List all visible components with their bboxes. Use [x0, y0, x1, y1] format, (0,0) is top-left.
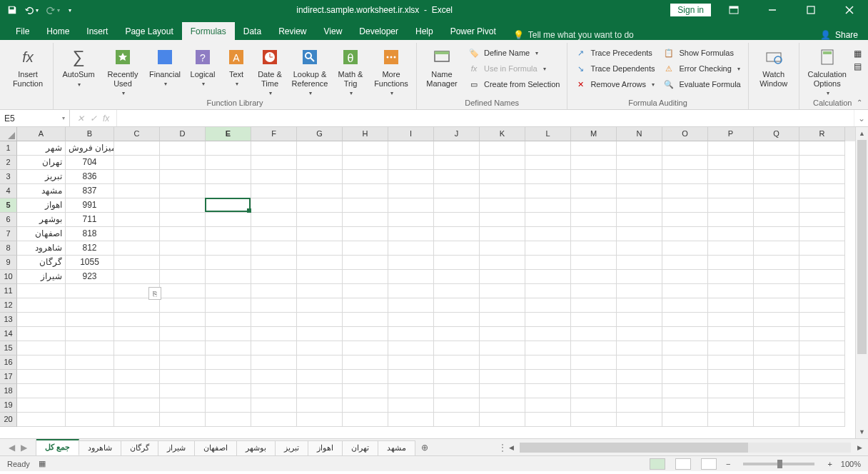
zoom-in-button[interactable]: +: [827, 460, 832, 468]
share-icon: 👤: [820, 30, 831, 40]
sigma-icon: ∑: [67, 46, 90, 69]
date-time-button[interactable]: Date & Time▾: [253, 44, 286, 97]
tab-developer[interactable]: Developer: [350, 22, 407, 40]
zoom-slider[interactable]: [743, 463, 814, 465]
recently-used-button[interactable]: Recently Used▾: [102, 44, 143, 97]
create-from-selection-button[interactable]: ▭Create from Selection: [465, 77, 562, 91]
redo-icon[interactable]: ▾: [46, 5, 60, 15]
tab-review[interactable]: Review: [270, 22, 315, 40]
cell-grid[interactable]: شهرمیزان فروشتهران704تبریز836مشهد837اهوا…: [17, 141, 855, 438]
sheet-nav-prev-icon[interactable]: ◀: [9, 443, 15, 453]
calculation-options-button[interactable]: Calculation Options▾: [804, 44, 851, 97]
svg-text:A: A: [233, 52, 240, 64]
svg-text:?: ?: [200, 52, 206, 64]
tab-page-layout[interactable]: Page Layout: [116, 22, 181, 40]
svg-rect-1: [730, 6, 738, 9]
tell-me-search[interactable]: 💡 Tell me what you want to do: [506, 30, 641, 40]
watch-icon: [762, 46, 785, 69]
formula-input[interactable]: [117, 110, 854, 126]
quick-access-toolbar: ▾ ▾ ▾: [0, 5, 79, 15]
new-sheet-button[interactable]: ⊕: [415, 439, 434, 455]
zoom-out-button[interactable]: −: [726, 460, 730, 468]
ribbon-tabs: FileHomeInsertPage LayoutFormulasDataRev…: [0, 20, 868, 40]
page-break-view-button[interactable]: [701, 458, 717, 470]
enter-formula-icon[interactable]: ✓: [90, 114, 97, 123]
normal-view-button[interactable]: [650, 458, 665, 470]
expand-formula-bar-icon[interactable]: ⌄: [854, 110, 868, 126]
horizontal-scrollbar[interactable]: ◀▶: [503, 439, 868, 455]
trace-precedents-button[interactable]: ↗Trace Precedents: [572, 46, 657, 60]
collapse-ribbon-icon[interactable]: ⌃: [857, 99, 862, 106]
cancel-formula-icon[interactable]: ✕: [77, 114, 84, 123]
financial-button[interactable]: Financial▾: [146, 44, 183, 97]
autosum-button[interactable]: ∑AutoSum▾: [58, 44, 99, 97]
logical-button[interactable]: ?Logical▾: [186, 44, 219, 97]
tab-view[interactable]: View: [316, 22, 351, 40]
sheet-tab[interactable]: اصفهان: [195, 440, 237, 455]
ribbon-display-options-icon[interactable]: [718, 0, 750, 20]
minimize-button[interactable]: [757, 0, 788, 20]
row-headers[interactable]: 1234567891011121314151617181920: [0, 141, 17, 427]
tab-data[interactable]: Data: [235, 22, 270, 40]
text-button[interactable]: AText▾: [222, 44, 251, 97]
macro-record-icon[interactable]: ▦: [39, 459, 46, 468]
maximize-button[interactable]: [795, 0, 827, 20]
evaluate-formula-button[interactable]: 🔍Evaluate Formula: [660, 77, 743, 91]
use-in-formula-button[interactable]: fxUse in Formula▾: [465, 61, 562, 76]
sheet-tab[interactable]: گرگان: [121, 440, 158, 455]
sheet-tab[interactable]: بوشهر: [237, 440, 276, 455]
lookup-reference-button[interactable]: Lookup & Reference▾: [289, 44, 330, 97]
tab-formulas[interactable]: Formulas: [182, 22, 235, 40]
sheet-tab[interactable]: مشهد: [378, 440, 415, 455]
tab-insert[interactable]: Insert: [78, 22, 116, 40]
defined-names-group-label: Defined Names: [421, 97, 562, 109]
undo-icon[interactable]: ▾: [24, 5, 39, 15]
theta-icon: θ: [339, 46, 362, 69]
trace-dependents-button[interactable]: ↘Trace Dependents: [572, 61, 657, 76]
tab-home[interactable]: Home: [38, 22, 78, 40]
sheet-tab[interactable]: جمع کل: [36, 439, 79, 455]
sheet-tab[interactable]: اهواز: [308, 440, 343, 455]
define-name-button[interactable]: 🏷️Define Name ▾: [465, 46, 562, 60]
select-all-cell[interactable]: [0, 127, 17, 141]
customize-qat-icon[interactable]: ▾: [69, 7, 71, 14]
tab-power-pivot[interactable]: Power Pivot: [442, 22, 505, 40]
fx-bar-icon[interactable]: fx: [103, 114, 109, 123]
svg-point-23: [390, 56, 393, 59]
vertical-scrollbar[interactable]: ▲ ▼: [855, 127, 868, 438]
show-formulas-button[interactable]: 📋Show Formulas: [660, 46, 743, 60]
tab-file[interactable]: File: [7, 22, 38, 40]
sheet-tab[interactable]: شیراز: [158, 440, 195, 455]
lightbulb-icon: 💡: [513, 30, 524, 40]
close-button[interactable]: [834, 0, 865, 20]
page-layout-view-button[interactable]: [675, 458, 691, 470]
watch-window-button[interactable]: Watch Window: [753, 44, 794, 106]
sheet-nav-next-icon[interactable]: ▶: [21, 443, 27, 453]
sheet-tab[interactable]: شاهرود: [79, 440, 121, 455]
sheet-tab[interactable]: تبریز: [276, 440, 308, 455]
calc-now-icon[interactable]: ▦: [854, 49, 862, 59]
sign-in-button[interactable]: Sign in: [670, 4, 711, 16]
error-checking-button[interactable]: ⚠Error Checking ▾: [660, 61, 743, 76]
remove-arrows-button[interactable]: ✕Remove Arrows ▾: [572, 77, 657, 91]
share-button[interactable]: 👤Share: [810, 30, 868, 40]
error-icon: ⚠: [663, 63, 675, 74]
name-box[interactable]: E5▾: [0, 110, 70, 126]
quick-analysis-icon[interactable]: ⎘: [148, 287, 161, 300]
name-manager-button[interactable]: Name Manager: [421, 44, 463, 97]
math-trig-button[interactable]: θMath & Trig▾: [333, 44, 368, 97]
calculation-group-label: Calculation: [804, 97, 862, 109]
save-icon[interactable]: [7, 5, 17, 15]
zoom-level[interactable]: 100%: [841, 460, 861, 468]
ribbon: fx Insert Function ∑AutoSum▾ Recently Us…: [0, 40, 868, 110]
column-headers[interactable]: ABCDEFGHIJKLMNOPQR: [17, 127, 855, 141]
insert-function-button[interactable]: fx Insert Function: [7, 44, 49, 106]
sheet-tab[interactable]: تهران: [343, 440, 378, 455]
formula-bar: E5▾ ✕ ✓ fx ⌄: [0, 110, 868, 127]
worksheet[interactable]: ABCDEFGHIJKLMNOPQR 123456789101112131415…: [0, 127, 868, 438]
more-functions-button[interactable]: More Functions▾: [370, 44, 412, 97]
calc-sheet-icon[interactable]: ▤: [854, 61, 862, 71]
tag-icon: 🏷️: [468, 47, 480, 59]
star-icon: [111, 46, 134, 69]
tab-help[interactable]: Help: [407, 22, 442, 40]
